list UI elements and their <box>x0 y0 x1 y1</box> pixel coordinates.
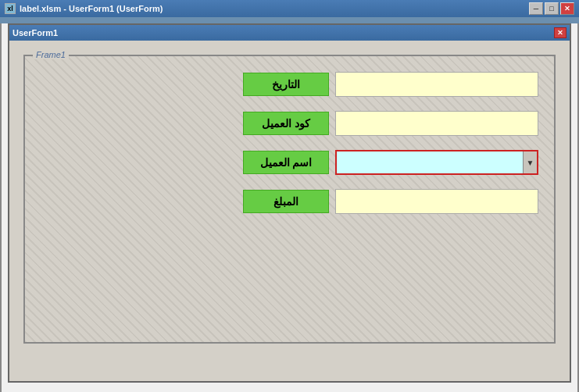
amount-input[interactable] <box>335 189 538 214</box>
form-row-customer-code: كود العميل <box>41 111 538 136</box>
date-input[interactable] <box>335 72 538 97</box>
window-title: label.xlsm - UserForm1 (UserForm) <box>20 4 163 13</box>
userform-titlebar: UserForm1 ✕ <box>9 25 570 41</box>
form-row-amount: المبلغ <box>41 189 538 214</box>
title-bar: xl label.xlsm - UserForm1 (UserForm) ─ □… <box>0 0 579 17</box>
userform-close-button[interactable]: ✕ <box>554 27 566 38</box>
frame-box: Frame1 التاريخ كود العميل اسم العميل <box>23 55 556 344</box>
form-row-date: التاريخ <box>41 72 538 97</box>
title-bar-left: xl label.xlsm - UserForm1 (UserForm) <box>5 3 163 14</box>
combo-dropdown-arrow[interactable]: ▼ <box>523 151 537 173</box>
minimize-button[interactable]: ─ <box>529 2 543 15</box>
customer-name-combobox[interactable]: ▼ <box>335 150 538 175</box>
userform-title: UserForm1 <box>13 28 58 37</box>
customer-code-label: كود العميل <box>243 112 329 135</box>
title-bar-controls[interactable]: ─ □ ✕ <box>529 2 574 15</box>
customer-name-label: اسم العميل <box>243 151 329 174</box>
userform-body: Frame1 التاريخ كود العميل اسم العميل <box>9 41 570 381</box>
frame-label: Frame1 <box>33 50 69 59</box>
amount-label: المبلغ <box>243 190 329 213</box>
form-row-customer-name: اسم العميل ▼ <box>41 150 538 175</box>
userform-container: UserForm1 ✕ Frame1 التاريخ كود العميل اس… <box>8 23 571 383</box>
customer-code-input[interactable] <box>335 111 538 136</box>
maximize-button[interactable]: □ <box>545 2 559 15</box>
close-button[interactable]: ✕ <box>560 2 574 15</box>
app-icon: xl <box>5 3 16 14</box>
date-label: التاريخ <box>243 73 329 96</box>
customer-name-input[interactable] <box>353 151 537 173</box>
main-window: UserForm1 ✕ Frame1 التاريخ كود العميل اس… <box>0 23 579 392</box>
